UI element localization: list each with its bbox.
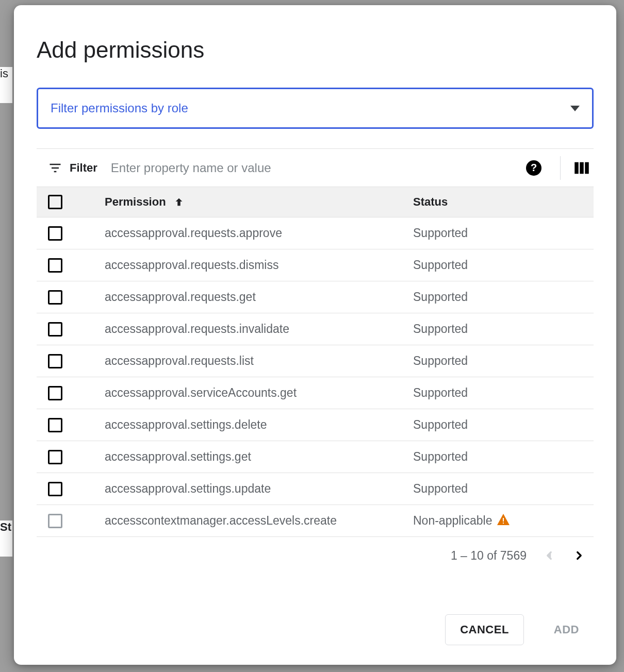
pagination: 1 – 10 of 7569 xyxy=(37,540,594,571)
permission-cell: accessapproval.requests.invalidate xyxy=(105,322,413,336)
table-row: accessapproval.settings.update Supported xyxy=(37,473,594,505)
row-checkbox[interactable] xyxy=(48,482,62,496)
row-checkbox[interactable] xyxy=(48,514,62,528)
previous-page-button[interactable] xyxy=(539,545,560,566)
help-icon[interactable]: ? xyxy=(526,160,541,176)
row-checkbox[interactable] xyxy=(48,354,62,368)
next-page-button[interactable] xyxy=(569,545,589,566)
pagination-label: 1 – 10 of 7569 xyxy=(451,549,527,563)
filter-by-role-dropdown[interactable]: Filter permissions by role xyxy=(37,88,594,129)
svg-rect-0 xyxy=(574,162,579,174)
permission-cell: accessapproval.settings.update xyxy=(105,482,413,496)
row-checkbox[interactable] xyxy=(48,322,62,337)
status-cell: Supported xyxy=(413,226,594,240)
row-checkbox[interactable] xyxy=(48,290,62,305)
status-cell: Supported xyxy=(413,354,594,368)
column-header-permission[interactable]: Permission xyxy=(105,195,413,209)
table-row: accessapproval.requests.invalidate Suppo… xyxy=(37,313,594,345)
cancel-button[interactable]: CANCEL xyxy=(445,614,524,645)
table-row: accessapproval.requests.list Supported xyxy=(37,345,594,377)
sort-ascending-icon xyxy=(173,196,185,208)
permission-cell: accessapproval.requests.dismiss xyxy=(105,258,413,272)
status-cell: Supported xyxy=(413,418,594,432)
column-header-status-label: Status xyxy=(413,195,448,209)
table-row: accessapproval.serviceAccounts.get Suppo… xyxy=(37,377,594,409)
filter-toolbar: Filter ? xyxy=(37,148,594,187)
table-row: accesscontextmanager.accessLevels.create… xyxy=(37,505,594,537)
svg-rect-1 xyxy=(580,162,584,174)
background-fragment: St xyxy=(0,520,12,557)
table-row: accessapproval.settings.get Supported xyxy=(37,441,594,473)
row-checkbox[interactable] xyxy=(48,418,62,432)
table-row: accessapproval.settings.delete Supported xyxy=(37,409,594,441)
dialog-footer: CANCEL ADD xyxy=(37,614,594,649)
row-checkbox[interactable] xyxy=(48,386,62,400)
status-cell: Supported xyxy=(413,258,594,272)
background-fragment: is xyxy=(0,67,12,103)
table-header: Permission Status xyxy=(37,187,594,217)
select-all-checkbox[interactable] xyxy=(48,195,62,209)
permission-cell: accessapproval.requests.get xyxy=(105,290,413,304)
table-row: accessapproval.requests.approve Supporte… xyxy=(37,217,594,249)
permission-cell: accessapproval.requests.approve xyxy=(105,226,413,240)
columns-icon[interactable] xyxy=(574,161,589,175)
permission-cell: accesscontextmanager.accessLevels.create xyxy=(105,514,413,528)
caret-down-icon xyxy=(570,106,580,111)
table-row: accessapproval.requests.get Supported xyxy=(37,281,594,313)
divider xyxy=(560,156,561,180)
row-checkbox[interactable] xyxy=(48,226,62,241)
column-header-permission-label: Permission xyxy=(105,195,166,209)
filter-icon xyxy=(48,161,62,175)
add-button[interactable]: ADD xyxy=(539,615,594,645)
dialog-title: Add permissions xyxy=(37,37,594,63)
status-cell: Supported xyxy=(413,450,594,464)
add-permissions-dialog: Add permissions Filter permissions by ro… xyxy=(14,5,616,665)
filter-by-role-label: Filter permissions by role xyxy=(51,101,188,115)
row-checkbox[interactable] xyxy=(48,450,62,464)
svg-rect-2 xyxy=(585,162,589,174)
filter-label: Filter xyxy=(70,161,97,175)
permission-cell: accessapproval.requests.list xyxy=(105,354,413,368)
filter-input[interactable] xyxy=(110,160,526,176)
status-cell: Supported xyxy=(413,290,594,304)
permission-cell: accessapproval.settings.get xyxy=(105,450,413,464)
permission-cell: accessapproval.serviceAccounts.get xyxy=(105,386,413,400)
permission-cell: accessapproval.settings.delete xyxy=(105,418,413,432)
permissions-table: Permission Status accessapproval.request… xyxy=(37,187,594,537)
table-row: accessapproval.requests.dismiss Supporte… xyxy=(37,249,594,281)
status-cell: Supported xyxy=(413,386,594,400)
status-cell: Supported xyxy=(413,322,594,336)
column-header-status[interactable]: Status xyxy=(413,195,594,209)
warning-icon xyxy=(497,514,510,528)
status-cell: Supported xyxy=(413,482,594,496)
status-cell: Non-applicable xyxy=(413,514,594,528)
row-checkbox[interactable] xyxy=(48,258,62,273)
